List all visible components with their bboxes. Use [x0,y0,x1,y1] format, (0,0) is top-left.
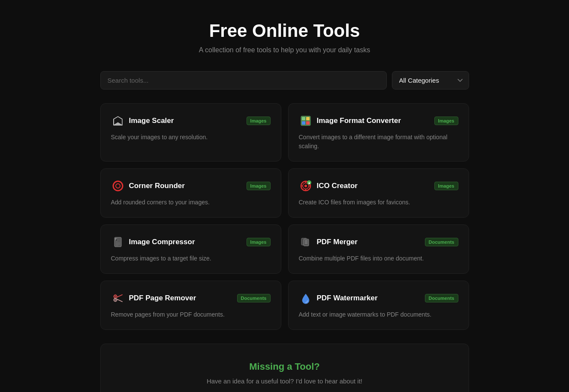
tool-badge-pdf-watermarker: Documents [425,294,458,302]
search-row: All Categories Images Documents [100,71,469,90]
svg-rect-5 [306,117,310,120]
tool-desc-image-scaler: Scale your images to any resolution. [111,133,271,142]
pdf-page-remover-icon [111,291,125,305]
image-format-converter-icon [299,114,313,128]
tool-card-header: PDF Merger Documents [299,235,458,249]
tool-desc-ico-creator: Create ICO files from images for favicon… [299,198,458,207]
tool-card-header: Image Compressor Images [111,235,271,249]
svg-marker-1 [114,123,122,125]
missing-tool-subtitle: Have an idea for a useful tool? I'd love… [111,377,458,385]
svg-line-33 [117,299,122,302]
page-header: Free Online Tools A collection of free t… [100,21,469,54]
tools-grid: Image Scaler Images Scale your images to… [100,103,469,330]
svg-point-12 [304,185,307,187]
tool-desc-pdf-merger: Combine multiple PDF files into one docu… [299,254,458,263]
tool-card-header: PDF Page Remover Documents [111,291,271,305]
tool-name-image-format-converter: Image Format Converter [317,117,401,125]
svg-point-35 [114,299,116,301]
tool-badge-image-format-converter: Images [434,117,458,125]
tool-title-group: PDF Watermarker [299,291,378,305]
svg-rect-21 [115,238,116,239]
tool-card-pdf-watermarker[interactable]: PDF Watermarker Documents Add text or im… [288,281,469,330]
tool-title-group: Image Format Converter [299,114,401,128]
tool-card-corner-rounder[interactable]: Corner Rounder Images Add rounded corner… [100,168,281,218]
ico-creator-icon: ★ [299,179,313,193]
corner-rounder-icon [111,179,125,193]
page-subtitle: A collection of free tools to help you w… [100,46,469,54]
svg-point-9 [116,184,120,188]
missing-tool-title: Missing a Tool? [111,361,458,372]
svg-point-8 [113,181,123,191]
image-compressor-icon [111,235,125,249]
svg-rect-4 [302,117,305,120]
tool-desc-pdf-page-remover: Remove pages from your PDF documents. [111,310,271,319]
tool-title-group: Image Compressor [111,235,195,249]
tool-title-group: PDF Page Remover [111,291,196,305]
tool-name-pdf-merger: PDF Merger [317,238,358,246]
svg-rect-26 [304,239,309,246]
page-container: Free Online Tools A collection of free t… [92,0,478,392]
tool-name-ico-creator: ICO Creator [317,182,358,190]
tool-name-image-scaler: Image Scaler [129,117,174,125]
tool-card-header: Corner Rounder Images [111,179,271,193]
image-scaler-icon [111,114,125,128]
tool-badge-pdf-page-remover: Documents [237,294,271,302]
tool-desc-pdf-watermarker: Add text or image watermarks to PDF docu… [299,310,458,319]
tool-card-ico-creator[interactable]: ★ ICO Creator Images Create ICO files fr… [288,168,469,218]
tool-title-group: ★ ICO Creator [299,179,358,193]
tool-card-pdf-page-remover[interactable]: PDF Page Remover Documents Remove pages … [100,281,281,330]
category-select[interactable]: All Categories Images Documents [392,71,469,90]
tool-card-image-compressor[interactable]: Image Compressor Images Compress images … [100,224,281,274]
tool-badge-ico-creator: Images [434,182,458,190]
svg-point-34 [114,296,116,297]
tool-badge-image-scaler: Images [247,117,271,125]
page-title: Free Online Tools [100,21,469,41]
tool-name-pdf-page-remover: PDF Page Remover [129,294,196,302]
tool-card-image-format-converter[interactable]: Image Format Converter Images Convert im… [288,103,469,162]
tool-card-pdf-merger[interactable]: PDF Merger Documents Combine multiple PD… [288,224,469,274]
tool-desc-corner-rounder: Add rounded corners to your images. [111,198,271,207]
tool-badge-image-compressor: Images [247,238,271,246]
tool-desc-image-format-converter: Convert images to a different image form… [299,133,458,151]
missing-tool-section: Missing a Tool? Have an idea for a usefu… [100,344,469,392]
search-input[interactable] [100,71,387,90]
tool-card-image-scaler[interactable]: Image Scaler Images Scale your images to… [100,103,281,162]
tool-card-header: Image Scaler Images [111,114,271,128]
svg-text:★: ★ [308,182,311,185]
svg-rect-7 [306,121,310,125]
svg-rect-6 [302,121,305,125]
tool-card-header: Image Format Converter Images [299,114,458,128]
tool-name-image-compressor: Image Compressor [129,238,195,246]
tool-title-group: Image Scaler [111,114,174,128]
tool-card-header: PDF Watermarker Documents [299,291,458,305]
tool-badge-corner-rounder: Images [247,182,271,190]
tool-title-group: PDF Merger [299,235,358,249]
tool-card-header: ★ ICO Creator Images [299,179,458,193]
svg-line-32 [117,295,122,297]
tool-badge-pdf-merger: Documents [425,238,458,246]
tool-title-group: Corner Rounder [111,179,185,193]
tool-name-pdf-watermarker: PDF Watermarker [317,294,378,302]
pdf-watermarker-icon [299,291,313,305]
tool-name-corner-rounder: Corner Rounder [129,182,185,190]
pdf-merger-icon [299,235,313,249]
tool-desc-image-compressor: Compress images to a target file size. [111,254,271,263]
